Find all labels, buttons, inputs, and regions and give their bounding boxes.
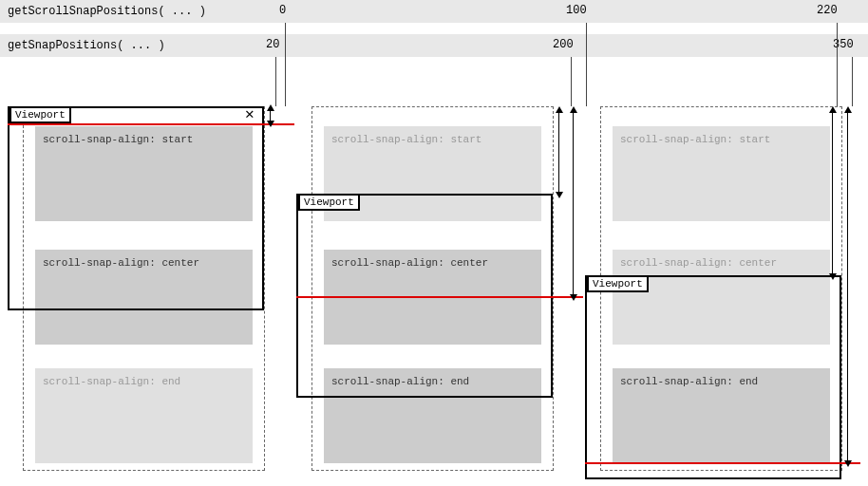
scroll-container-2: scroll-snap-align: start scroll-snap-ali… [311,106,554,471]
snap-line-1 [8,123,294,125]
offset-arrow-3b [847,111,848,462]
box-label: scroll-snap-align: start [620,134,770,145]
snap-box-end: scroll-snap-align: end [35,368,253,463]
snap-line-2 [296,296,583,298]
snap-box-start: scroll-snap-align: start [35,126,253,221]
box-label: scroll-snap-align: start [331,134,481,145]
offset-arrow-3a [832,111,833,275]
leader-line [285,23,286,106]
offset-arrow-2b [573,111,574,296]
hval-0: 0 [279,4,286,17]
snap-box-end: scroll-snap-align: end [613,368,830,463]
diagram-area: scroll-snap-align: start scroll-snap-ali… [8,106,860,477]
snap-box-start: scroll-snap-align: start [613,126,830,221]
api-label-1: getScrollSnapPositions( ... ) [8,5,206,18]
snap-box-center: scroll-snap-align: center [613,250,830,345]
box-label: scroll-snap-align: end [620,376,758,387]
snap-box-start: scroll-snap-align: start [324,126,541,221]
leader-line [837,23,838,106]
hval-20: 20 [266,38,279,51]
box-label: scroll-snap-align: start [43,134,193,145]
leader-line [586,23,587,106]
hval-200: 200 [553,38,574,51]
leader-line [571,57,572,106]
scroll-container-1: scroll-snap-align: start scroll-snap-ali… [23,106,265,471]
leader-line [275,57,276,106]
offset-arrow-2a [558,111,559,194]
leader-line [852,57,853,106]
hval-100: 100 [566,4,587,17]
snap-box-end: scroll-snap-align: end [324,368,541,463]
offset-arrow-1b [270,109,271,122]
box-label: scroll-snap-align: center [43,257,199,269]
api-label-2: getSnapPositions( ... ) [8,39,165,52]
snap-line-3 [585,462,860,464]
header-row-snap: getSnapPositions( ... ) 20 200 350 [0,34,868,57]
hval-220: 220 [817,4,838,17]
box-label: scroll-snap-align: center [620,257,777,269]
header-row-scroll-snap: getScrollSnapPositions( ... ) 0 100 220 [0,0,868,23]
snap-box-center: scroll-snap-align: center [35,250,253,345]
box-label: scroll-snap-align: end [43,376,180,387]
x-mark-icon: ✕ [245,104,255,123]
box-label: scroll-snap-align: end [331,376,469,387]
box-label: scroll-snap-align: center [331,257,488,269]
scroll-container-3: scroll-snap-align: start scroll-snap-ali… [600,106,842,471]
